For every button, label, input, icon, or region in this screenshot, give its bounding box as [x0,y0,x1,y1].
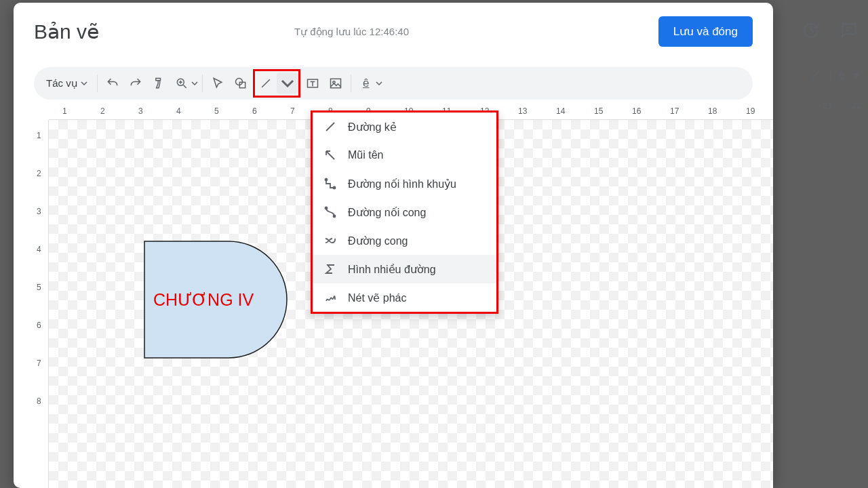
elbow-icon [323,177,337,190]
line-menu-item[interactable]: Mũi tên [313,141,496,169]
menu-item-label: Đường cong [348,235,408,247]
arrow-icon [323,148,337,162]
bg-tool-icon [809,68,823,81]
save-and-close-button[interactable]: Lưu và đóng [658,16,753,47]
undo-button[interactable] [102,73,123,94]
curve-icon [323,234,337,247]
caret-down-icon [281,77,294,90]
svg-point-6 [326,179,328,181]
ruler-tick: 3 [37,207,41,216]
svg-point-1 [235,79,242,85]
select-tool-button[interactable] [207,73,229,94]
svg-point-9 [334,216,336,218]
ruler-tick: 1 [62,106,67,116]
menu-item-label: Đường kẻ [348,121,397,134]
separator [351,75,351,92]
ruler-tick: 7 [290,106,295,116]
ruler-tick: 4 [37,245,41,254]
ruler-tick: 18 [708,106,717,116]
menu-item-label: Hình nhiều đường [348,263,436,276]
paint-format-button[interactable] [148,73,170,94]
special-char-label: ê [363,77,369,90]
separator [97,75,98,92]
separator [202,75,203,92]
zoom-icon [175,77,189,90]
line-menu-item[interactable]: Đường nối cong [313,198,496,226]
drawing-dialog: Bản vẽ Tự động lưu lúc 12:46:40 Lưu và đ… [14,3,773,488]
ruler-tick: 6 [252,106,257,116]
svg-point-8 [326,207,328,209]
line-icon [259,77,273,90]
redo-button[interactable] [125,73,146,94]
ruler-tick: 13 [518,106,527,116]
line-menu-item[interactable]: Nét vẽ phác [313,283,496,312]
comment-icon[interactable] [840,22,858,39]
caret-down-icon [81,80,87,87]
polyline-icon [323,262,337,276]
menu-item-label: Đường nối cong [348,206,426,219]
ruler-tick: 8 [37,396,41,406]
actions-menu-button[interactable]: Tác vụ [41,73,93,94]
ruler-tick: 2 [37,169,41,178]
scribble-icon [323,291,337,304]
ruler-tick: 19 [746,106,755,116]
autosave-status: Tự động lưu lúc 12:46:40 [45,26,658,38]
line-icon [323,120,337,134]
svg-rect-4 [330,79,340,87]
ruler-tick: 2 [100,106,105,116]
ruler-tick: 3 [138,106,143,116]
drawing-toolbar: Tác vụ ê [34,67,753,100]
line-menu-item[interactable]: Hình nhiều đường [313,255,496,283]
image-button[interactable] [325,73,347,94]
ruler-tick: 5 [37,283,41,292]
ruler-tick: 14 [556,106,565,116]
shape-icon [234,77,248,90]
canvas-shape[interactable]: CHƯƠNG IV [144,241,288,359]
ruler-tick: 6 [37,321,41,330]
line-menu-item[interactable]: Đường nối hình khuỷu [313,169,496,198]
background-header-icons [802,22,858,39]
menu-item-label: Mũi tên [348,149,383,161]
menu-item-label: Nét vẽ phác [348,291,406,304]
shape-text: CHƯƠNG IV [153,290,254,310]
ruler-tick: 1 [37,131,41,140]
shape-tool-dropdown[interactable] [230,73,252,94]
ruler-tick: 17 [670,106,679,116]
ruler-area: 12345678910111213141516171819 12345678 C… [34,105,773,488]
textbox-button[interactable] [302,73,323,94]
bg-char: ê [839,69,844,81]
ruler-tick: 15 [594,106,603,116]
svg-point-7 [334,187,336,189]
ruler-tick: 4 [176,106,181,116]
menu-item-label: Đường nối hình khuỷu [348,178,456,190]
line-menu-item[interactable]: Đường kẻ [313,113,496,141]
background-ruler: 2122 [823,100,861,110]
ruler-tick: 16 [632,106,641,116]
vertical-ruler: 12345678 [34,120,49,488]
history-icon[interactable] [802,22,820,39]
line-menu-item[interactable]: Đường cong [313,226,496,255]
special-char-dropdown[interactable]: ê [355,73,382,94]
curved-connector-icon [323,205,337,219]
caret-down-icon [376,80,382,87]
dialog-header: Bản vẽ Tự động lưu lúc 12:46:40 Lưu và đ… [14,3,773,55]
zoom-dropdown[interactable] [171,73,198,94]
line-tool-menu: Đường kẻMũi tênĐường nối hình khuỷuĐường… [311,110,498,314]
line-tool-dropdown[interactable] [253,69,300,98]
background-toolbar: | ê ▼ [809,68,861,81]
ruler-tick: 5 [214,106,219,116]
ruler-tick: 7 [37,359,41,368]
actions-label: Tác vụ [46,77,78,89]
caret-down-icon [191,80,198,87]
